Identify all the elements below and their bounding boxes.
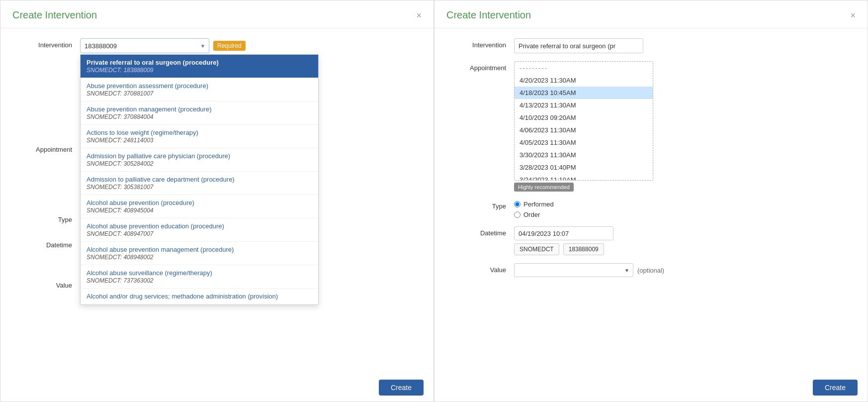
left-type-label: Type — [20, 213, 80, 223]
right-value-label: Value — [454, 263, 514, 274]
appointment-item-7[interactable]: 3/28/2023 01:40PM — [515, 161, 653, 174]
right-create-button[interactable]: Create — [813, 380, 858, 396]
code-value-badge: 183888009 — [563, 243, 604, 255]
right-datetime-input[interactable] — [514, 226, 613, 240]
right-datetime-label: Datetime — [454, 226, 514, 237]
dropdown-item-0-code: SNOMEDCT: 183888009 — [87, 67, 312, 74]
type-section: Performed Order — [514, 200, 848, 218]
left-intervention-input-wrap: Required — [80, 38, 414, 53]
appointment-listbox[interactable]: --------- 4/20/2023 11:30AM 4/18/2023 10… — [514, 61, 653, 181]
dropdown-item-7[interactable]: Alcohol abuse prevention education (proc… — [81, 218, 318, 242]
dropdown-item-3-name: Actions to lose weight (regime/therapy) — [87, 129, 312, 136]
right-datetime-row: Datetime SNOMEDCT 183888009 — [454, 226, 848, 255]
left-panel-title: Create Intervention — [12, 9, 97, 21]
left-datetime-label: Datetime — [20, 238, 80, 249]
right-panel-header: Create Intervention × — [434, 0, 868, 28]
dropdown-item-9-code: SNOMEDCT: 737363002 — [87, 277, 312, 284]
right-value-row: Value (optional) — [454, 263, 848, 277]
dropdown-item-8-name: Alcohol abuse prevention management (pro… — [87, 246, 312, 253]
left-create-button[interactable]: Create — [379, 380, 424, 396]
value-select-wrapper[interactable] — [514, 263, 633, 277]
dropdown-item-3[interactable]: Actions to lose weight (regime/therapy) … — [81, 125, 318, 148]
dropdown-item-4-code: SNOMEDCT: 305284002 — [87, 160, 312, 167]
right-intervention-label: Intervention — [454, 38, 514, 49]
appointment-item-2[interactable]: 4/13/2023 11:30AM — [515, 99, 653, 111]
left-intervention-control: Required Private referral to oral surgeo… — [80, 38, 414, 53]
dropdown-item-2-code: SNOMEDCT: 370884004 — [87, 113, 312, 120]
dropdown-item-0[interactable]: Private referral to oral surgeon (proced… — [81, 55, 318, 78]
optional-text: (optional) — [637, 267, 664, 274]
type-order-radio[interactable] — [514, 211, 521, 218]
left-panel-header: Create Intervention × — [0, 0, 434, 28]
left-intervention-label: Intervention — [20, 38, 80, 49]
dropdown-item-4[interactable]: Admission by palliative care physician (… — [81, 148, 318, 172]
left-close-button[interactable]: × — [416, 11, 422, 20]
dropdown-item-5-name: Admission to palliative care department … — [87, 176, 312, 183]
dropdown-item-8[interactable]: Alcohol abuse prevention management (pro… — [81, 242, 318, 265]
intervention-dropdown: Private referral to oral surgeon (proced… — [80, 54, 319, 305]
dropdown-item-0-name: Private referral to oral surgeon (proced… — [87, 59, 312, 66]
value-select[interactable] — [514, 263, 633, 277]
dropdown-item-1[interactable]: Abuse prevention assessment (procedure) … — [81, 78, 318, 101]
right-appointment-label: Appointment — [454, 61, 514, 72]
left-panel: Create Intervention × Intervention Requi… — [0, 0, 434, 402]
dropdown-item-2-name: Abuse prevention management (procedure) — [87, 105, 312, 113]
appointment-separator: --------- — [515, 62, 653, 74]
right-panel: Create Intervention × Intervention Priva… — [434, 0, 868, 402]
left-panel-body: Intervention Required Private referral t… — [0, 28, 434, 307]
right-appointment-control: --------- 4/20/2023 11:30AM 4/18/2023 10… — [514, 61, 848, 192]
dropdown-item-9[interactable]: Alcohol abuse surveillance (regime/thera… — [81, 265, 318, 289]
right-intervention-control: Private referral to oral surgeon (pr — [514, 38, 848, 53]
dropdown-item-10[interactable]: Alcohol and/or drug services; methadone … — [81, 289, 318, 304]
appointment-item-4[interactable]: 4/06/2023 11:30AM — [515, 124, 653, 136]
dropdown-item-1-code: SNOMEDCT: 370881007 — [87, 90, 312, 97]
appointment-item-5[interactable]: 4/05/2023 11:30AM — [515, 136, 653, 149]
right-intervention-row: Intervention Private referral to oral su… — [454, 38, 848, 53]
left-intervention-input[interactable] — [80, 38, 209, 53]
type-order-text: Order — [523, 211, 540, 218]
dropdown-item-2[interactable]: Abuse prevention management (procedure) … — [81, 101, 318, 125]
type-performed-radio[interactable] — [514, 201, 521, 207]
appointment-item-3[interactable]: 4/10/2023 09:20AM — [515, 111, 653, 124]
left-intervention-row: Intervention Required Private referral t… — [20, 38, 414, 53]
required-badge: Required — [213, 41, 246, 51]
dropdown-item-4-name: Admission by palliative care physician (… — [87, 152, 312, 160]
type-performed-text: Performed — [523, 201, 554, 208]
right-datetime-control: SNOMEDCT 183888009 — [514, 226, 848, 255]
dropdown-item-6-code: SNOMEDCT: 408945004 — [87, 207, 312, 214]
dropdown-item-7-name: Alcohol abuse prevention education (proc… — [87, 222, 312, 230]
right-type-label: Type — [454, 200, 514, 210]
dropdown-item-6-name: Alcohol abuse prevention (procedure) — [87, 199, 312, 206]
left-intervention-select-wrapper[interactable] — [80, 38, 209, 53]
type-order-label[interactable]: Order — [514, 211, 848, 218]
dropdown-item-5[interactable]: Admission to palliative care department … — [81, 172, 318, 195]
appointment-item-1[interactable]: 4/18/2023 10:45AM — [515, 87, 653, 99]
value-row: (optional) — [514, 263, 848, 277]
left-appointment-label: Appointment — [20, 143, 80, 153]
left-value-label: Value — [20, 279, 80, 289]
dropdown-item-5-code: SNOMEDCT: 305381007 — [87, 184, 312, 191]
right-value-control: (optional) — [514, 263, 848, 277]
dropdown-item-1-name: Abuse prevention assessment (procedure) — [87, 82, 312, 90]
appointment-item-0[interactable]: 4/20/2023 11:30AM — [515, 74, 653, 87]
highly-recommended-tooltip: Highly recommended — [514, 183, 574, 192]
right-panel-footer: Create — [803, 374, 868, 402]
dropdown-item-7-code: SNOMEDCT: 408947007 — [87, 230, 312, 237]
right-close-button[interactable]: × — [850, 11, 856, 20]
dropdown-item-3-code: SNOMEDCT: 248114003 — [87, 137, 312, 144]
dropdown-item-9-name: Alcohol abuse surveillance (regime/thera… — [87, 269, 312, 277]
right-intervention-display[interactable]: Private referral to oral surgeon (pr — [514, 38, 643, 53]
right-panel-body: Intervention Private referral to oral su… — [434, 28, 868, 295]
type-performed-label[interactable]: Performed — [514, 201, 848, 208]
dropdown-item-10-name: Alcohol and/or drug services; methadone … — [87, 293, 312, 300]
appointment-item-8[interactable]: 3/24/2023 11:10AM — [515, 174, 653, 181]
dropdown-item-8-code: SNOMEDCT: 408948002 — [87, 254, 312, 261]
right-type-row: Type Performed Order — [454, 200, 848, 218]
left-panel-footer: Create — [369, 374, 434, 402]
dropdown-item-6[interactable]: Alcohol abuse prevention (procedure) SNO… — [81, 195, 318, 218]
appointment-item-6[interactable]: 3/30/2023 11:30AM — [515, 149, 653, 161]
code-row: SNOMEDCT 183888009 — [514, 243, 848, 255]
right-panel-title: Create Intervention — [446, 9, 531, 21]
right-type-control: Performed Order — [514, 200, 848, 218]
code-system-badge: SNOMEDCT — [514, 243, 559, 255]
